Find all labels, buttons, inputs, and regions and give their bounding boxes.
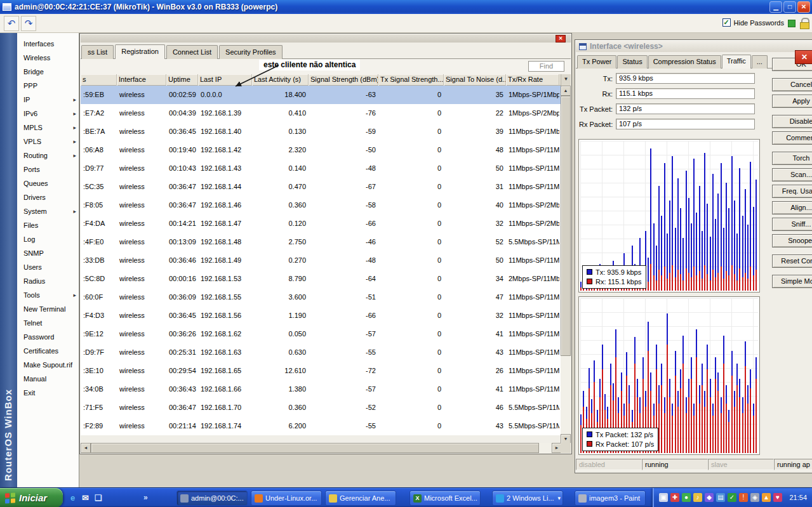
sidebar-item-certificates[interactable]: Certificates [17,344,79,358]
tab-item[interactable]: ... [752,55,768,69]
table-row[interactable]: :BE:7Awireless00:36:45192.168.1.400.130-… [81,122,562,141]
undo-icon[interactable]: ↶ [4,16,19,31]
start-button[interactable]: Iniciar [0,488,63,507]
torch-button[interactable]: Torch [772,152,812,165]
sidebar-item-password[interactable]: Password [17,330,79,344]
interface-window-titlebar[interactable]: Interface <wireless> [576,41,812,52]
table-row[interactable]: :D9:77wireless00:10:43192.168.1.430.140-… [81,159,562,178]
column-header-signal-strength-dbm[interactable]: Signal Strength (dBm) [309,74,378,86]
tray-icon[interactable]: ! [739,493,748,502]
window-titlebar[interactable]: admin@00:0C:42:21:CE:37 (MikroTik) - Win… [0,0,812,14]
table-row[interactable]: :F8:05wireless00:36:47192.168.1.460.360-… [81,196,562,214]
internet-explorer-icon[interactable]: e [67,492,78,503]
align-button[interactable]: Align... [772,201,812,214]
tray-icon[interactable]: ✓ [728,493,736,502]
sidebar-item-ip[interactable]: IP▸ [17,93,79,107]
tab-compression-status[interactable]: Compression Status [648,55,721,69]
column-header-tx-signal-strength[interactable]: Tx Signal Strength... [378,74,444,86]
column-header-signal-to-noise-d[interactable]: Signal To Noise (d... [444,74,506,86]
minimize-button[interactable]: ▁ [769,1,782,13]
table-row[interactable]: :34:0Bwireless00:36:43192.168.1.661.380-… [81,380,562,398]
table-row[interactable]: :59:EBwireless00:02:590.0.0.018.400-6303… [81,86,562,104]
column-header-s[interactable]: s [81,74,117,86]
sidebar-item-tools[interactable]: Tools▸ [17,288,79,302]
sidebar-item-ports[interactable]: Ports [17,162,79,176]
table-row[interactable]: :71:F5wireless00:36:47192.168.1.700.360-… [81,398,562,417]
table-row[interactable]: :4F:E0wireless00:13:09192.168.1.482.750-… [81,233,562,251]
tray-icon[interactable]: ● [682,493,691,502]
table-row[interactable]: :06:A8wireless00:19:40192.168.1.422.320-… [81,141,562,159]
table-row[interactable]: :33:DBwireless00:36:46192.168.1.490.270-… [81,251,562,270]
sidebar-item-files[interactable]: Files [17,218,79,232]
show-desktop-icon[interactable]: ❏ [93,492,103,503]
task-2-windows-li[interactable]: 2 Windows Li...▾ [492,491,563,506]
taskbar-overflow-chevron-icon[interactable]: » [143,493,148,502]
sidebar-item-system[interactable]: System▸ [17,204,79,218]
task-imagem3-paint[interactable]: imagem3 - Paint [575,491,646,506]
table-row[interactable]: :5C:8Dwireless00:00:16192.168.1.538.790-… [81,270,562,288]
scan-button[interactable]: Scan... [772,168,812,181]
sidebar-item-ipv6[interactable]: IPv6▸ [17,107,79,121]
tab-traffic[interactable]: Traffic [722,55,751,69]
freq-usage-button[interactable]: Freq. Usage [772,185,812,198]
sidebar-item-radius[interactable]: Radius [17,274,79,288]
task-under-linux-or[interactable]: Under-Linux.or... [251,491,322,506]
table-row[interactable]: :3E:10wireless00:29:54192.168.1.6512.610… [81,362,562,380]
sidebar-item-vpls[interactable]: VPLS▸ [17,135,79,148]
sidebar-item-log[interactable]: Log [17,232,79,246]
sidebar-item-queues[interactable]: Queues [17,176,79,190]
tab-security-profiles[interactable]: Security Profiles [219,45,282,59]
redo-icon[interactable]: ↷ [21,16,36,31]
sidebar-item-manual[interactable]: Manual [17,372,79,386]
column-menu-icon[interactable]: ▼ [561,74,571,86]
close-button[interactable]: ✕ [797,1,810,13]
tray-icon[interactable]: ▲ [762,493,771,502]
tab-tx-power[interactable]: Tx Power [577,55,616,69]
sidebar-item-users[interactable]: Users [17,260,79,274]
sidebar-item-ppp[interactable]: PPP [17,79,79,93]
maximize-button[interactable]: □ [783,1,796,13]
sidebar-item-interfaces[interactable]: Interfaces [17,37,79,51]
apply-button[interactable]: Apply [772,95,812,108]
sidebar-item-make-supout-rif[interactable]: Make Supout.rif [17,358,79,372]
reset-config-button[interactable]: Reset Config [772,254,812,268]
scroll-left-icon[interactable]: ◄ [81,443,91,453]
cancel-button[interactable]: Cancel [772,78,812,91]
sidebar-item-snmp[interactable]: SNMP [17,246,79,260]
simple-mode-button[interactable]: Simple Mode [772,275,812,288]
snooper-button[interactable]: Snooper [772,234,812,247]
table-row[interactable]: :5C:35wireless00:36:47192.168.1.440.470-… [81,178,562,196]
mail-icon[interactable]: ✉ [80,492,91,503]
sidebar-item-new-terminal[interactable]: New Terminal [17,302,79,316]
tray-icon[interactable]: ◆ [705,493,714,502]
comment-button[interactable]: Comment [772,131,812,145]
wireless-window-titlebar[interactable]: ✕ [81,34,571,43]
sidebar-item-telnet[interactable]: Telnet [17,316,79,330]
task-microsoft-excel[interactable]: XMicrosoft Excel... [409,491,481,506]
tab-connect-list[interactable]: Connect List [166,45,218,59]
tray-icon[interactable]: ♪ [693,493,702,502]
column-header-interface[interactable]: Interface [117,74,166,86]
sidebar-item-routing[interactable]: Routing▸ [17,148,79,162]
table-row[interactable]: :F4:D3wireless00:36:45192.168.1.561.190-… [81,306,562,325]
table-row[interactable]: :E7:A2wireless00:04:39192.168.1.390.410-… [81,104,562,122]
table-row[interactable]: :9E:12wireless00:36:26192.168.1.620.050-… [81,325,562,343]
column-header-uptime[interactable]: Uptime [166,74,198,86]
tab-registration[interactable]: Registration [115,44,165,59]
tray-icon[interactable]: ◈ [750,493,759,502]
tab-status[interactable]: Status [617,55,647,69]
vertical-scroll-thumb[interactable] [561,96,571,356]
tray-icon[interactable]: ▤ [716,493,725,502]
tray-icon[interactable]: ✚ [670,493,679,502]
horizontal-scrollbar[interactable]: ◄ ► [81,443,562,453]
hide-passwords-control[interactable]: ✓ Hide Passwords [722,18,784,27]
tray-icon[interactable]: ▣ [659,493,668,502]
table-row[interactable]: :F4:DAwireless00:14:21192.168.1.470.120-… [81,214,562,233]
table-row[interactable]: :60:0Fwireless00:36:09192.168.1.553.600-… [81,288,562,306]
tab-ss-list[interactable]: ss List [81,45,114,59]
column-header-tx-rx-rate[interactable]: Tx/Rx Rate [506,74,559,86]
sidebar-item-exit[interactable]: Exit [17,386,79,400]
sidebar-item-bridge[interactable]: Bridge [17,65,79,79]
task-admin-00-0c[interactable]: admin@00:0C:... [176,491,248,506]
hide-passwords-checkbox[interactable]: ✓ [722,18,731,27]
